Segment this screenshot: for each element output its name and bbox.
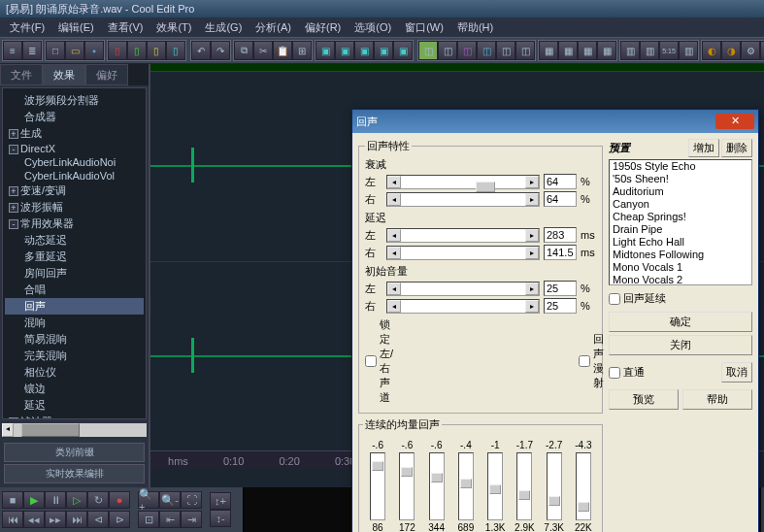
tree-node[interactable]: 相位仪	[5, 364, 144, 381]
tree-node[interactable]: 回声	[5, 298, 144, 315]
menu-item[interactable]: 帮助(H)	[451, 19, 499, 35]
toolbar-btn[interactable]: ▥	[620, 41, 640, 60]
toolbar-btn[interactable]: ▥	[640, 41, 659, 60]
tree-node[interactable]: 简易混响	[5, 331, 144, 348]
tree-node[interactable]: CyberLinkAudioVol	[5, 169, 144, 183]
panel-tab[interactable]: 偏好	[85, 64, 128, 85]
tree-node[interactable]: +生成	[5, 125, 144, 142]
tree-node[interactable]: +波形振幅	[5, 199, 144, 216]
toolbar-btn[interactable]: ◫	[457, 41, 477, 60]
toolbar-btn[interactable]: ≡	[3, 41, 22, 60]
decay-left-value[interactable]: 64	[544, 174, 577, 189]
preset-item[interactable]: Light Echo Hall	[610, 236, 751, 249]
play-sel-button[interactable]: ▷	[66, 491, 87, 509]
cancel-button[interactable]: 取消	[721, 362, 752, 382]
toolbar-btn[interactable]: 5:15	[659, 41, 679, 60]
cut-icon[interactable]: ✂	[253, 41, 273, 60]
vzoom-in-icon[interactable]: ↕+	[210, 492, 231, 510]
eq-band[interactable]: -4.322K	[572, 440, 595, 532]
decay-left-slider[interactable]: ◂▸	[386, 175, 540, 189]
toolbar-btn[interactable]: ▦	[558, 41, 578, 60]
loop-button[interactable]: ↻	[87, 491, 109, 509]
eq-band[interactable]: -1.72.9K	[513, 440, 536, 532]
toolbar-btn[interactable]: ▣	[316, 41, 335, 60]
menu-item[interactable]: 编辑(E)	[52, 19, 100, 35]
toolbar-btn[interactable]: ◐	[702, 41, 721, 60]
preset-delete-button[interactable]: 删除	[721, 139, 752, 157]
zoom-out-icon[interactable]: 🔍-	[159, 491, 181, 509]
zoom-right-icon[interactable]: ⇥	[181, 511, 202, 528]
zoom-fit-icon[interactable]: ⛶	[181, 491, 202, 509]
menu-item[interactable]: 窗口(W)	[399, 19, 449, 35]
prev-button[interactable]: ⊲	[87, 511, 109, 528]
vol-left-slider[interactable]: ◂▸	[386, 282, 540, 296]
toolbar-btn[interactable]: ◑	[721, 41, 741, 60]
decay-right-value[interactable]: 64	[544, 191, 577, 207]
echo-continue-checkbox[interactable]: 回声延续	[609, 291, 752, 306]
tree-node[interactable]: 波形频段分割器	[5, 92, 144, 109]
play-button[interactable]: ▶	[23, 491, 45, 509]
menu-item[interactable]: 分析(A)	[249, 19, 297, 35]
preset-item[interactable]: '50s Sheen!	[610, 173, 751, 185]
tree-node[interactable]: 多重延迟	[5, 249, 144, 265]
category-prefix-button[interactable]: 类别前缀	[4, 443, 145, 462]
menu-item[interactable]: 文件(F)	[4, 19, 50, 35]
toolbar-btn[interactable]: ▣	[374, 41, 393, 60]
tree-node[interactable]: 完美混响	[5, 348, 144, 364]
save-icon[interactable]: ▪	[84, 41, 104, 60]
effects-tree[interactable]: 波形频段分割器合成器+生成-DirectXCyberLinkAudioNoiCy…	[2, 87, 147, 419]
toolbar-btn[interactable]: ▯	[127, 41, 147, 60]
settings-icon[interactable]: ⚙	[741, 41, 760, 60]
tree-node[interactable]: 镶边	[5, 381, 144, 397]
echo-diffuse-checkbox[interactable]: 回声漫射	[579, 332, 596, 390]
eq-band[interactable]: -11.3K	[483, 440, 507, 532]
eq-band[interactable]: -2.77.3K	[543, 440, 566, 532]
delay-left-value[interactable]: 283	[544, 227, 577, 243]
toolbar-btn[interactable]: ◫	[515, 41, 535, 60]
toolbar-btn[interactable]: ▣	[335, 41, 354, 60]
undo-icon[interactable]: ↶	[191, 41, 211, 60]
preset-item[interactable]: Drain Pipe	[610, 223, 751, 236]
zoom-in-icon[interactable]: 🔍+	[138, 491, 159, 509]
tree-node[interactable]: -常用效果器	[5, 216, 144, 232]
tree-node[interactable]: 合唱	[5, 282, 144, 298]
toolbar-btn[interactable]: ◫	[438, 41, 457, 60]
toolbar-btn[interactable]: ▦	[597, 41, 616, 60]
vol-right-value[interactable]: 25	[544, 298, 577, 314]
paste-icon[interactable]: 📋	[273, 41, 292, 60]
preset-add-button[interactable]: 增加	[688, 139, 719, 157]
open-icon[interactable]: ▭	[65, 41, 84, 60]
forward-button[interactable]: ▸▸	[45, 511, 66, 528]
toolbar-btn[interactable]: ⊞	[292, 41, 312, 60]
record-button[interactable]: ●	[109, 491, 130, 509]
lock-lr-checkbox[interactable]: 锁定左/右声道	[365, 317, 382, 405]
vol-right-slider[interactable]: ◂▸	[386, 299, 540, 314]
panel-tab[interactable]: 文件	[0, 64, 43, 85]
preset-item[interactable]: Mono Vocals 1	[610, 261, 751, 274]
menu-item[interactable]: 偏好(R)	[299, 19, 347, 35]
stop-button[interactable]: ■	[2, 491, 23, 509]
toolbar-btn[interactable]: ▯	[108, 41, 127, 60]
eq-band[interactable]: -.6344	[425, 440, 448, 532]
preset-item[interactable]: Cheap Springs!	[610, 211, 751, 223]
panel-tab[interactable]: 效果	[43, 64, 85, 85]
help-icon[interactable]: ?	[760, 41, 764, 60]
ok-button[interactable]: 确定	[609, 312, 752, 332]
eq-band[interactable]: -.686	[366, 440, 389, 532]
delay-right-value[interactable]: 141.5	[544, 245, 577, 260]
close-icon[interactable]: ✕	[715, 114, 754, 129]
tree-node[interactable]: +滤波器	[5, 414, 144, 419]
preset-item[interactable]: Auditorium	[610, 185, 751, 198]
tree-node[interactable]: +变速/变调	[5, 183, 144, 199]
zoom-sel-icon[interactable]: ⊡	[138, 511, 159, 528]
zoom-left-icon[interactable]: ⇤	[159, 511, 181, 528]
tree-node[interactable]: -DirectX	[5, 142, 144, 155]
toolbar-btn[interactable]: ◫	[496, 41, 515, 60]
copy-icon[interactable]: ⧉	[234, 41, 253, 60]
help-button[interactable]: 帮助	[682, 389, 752, 410]
redo-icon[interactable]: ↷	[211, 41, 230, 60]
new-icon[interactable]: □	[46, 41, 65, 60]
next-button[interactable]: ⊳	[109, 511, 130, 528]
toolbar-btn[interactable]: ▣	[393, 41, 413, 60]
close-button[interactable]: 关闭	[609, 335, 752, 355]
